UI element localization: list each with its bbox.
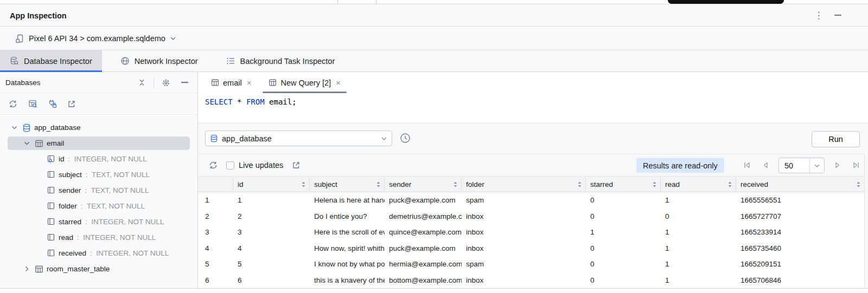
chevron-right-icon[interactable] — [22, 266, 31, 272]
tab-email[interactable]: email × — [205, 72, 257, 93]
table-row[interactable]: 3 3 Here is the scroll of every quince@e… — [198, 224, 864, 240]
cell-sender[interactable]: quince@example.com — [385, 224, 462, 240]
page-size-dropdown[interactable]: 50 — [778, 158, 825, 173]
cell-received[interactable]: 1665556551 — [736, 192, 864, 209]
tree-column-subject[interactable]: subject : TEXT, NOT NULL — [0, 167, 197, 183]
cell-subject[interactable]: How now, spirit! whither — [310, 240, 385, 257]
cell-folder[interactable]: spam — [462, 192, 586, 209]
options-kebab-icon[interactable]: ⋮ — [812, 8, 826, 23]
cell-read[interactable]: 1 — [661, 256, 736, 272]
close-icon[interactable]: × — [336, 79, 341, 87]
table-row[interactable]: 4 4 How now, spirit! whither puck@exampl… — [198, 240, 864, 257]
cell-sender[interactable]: puck@example.com — [385, 240, 462, 257]
collapse-all-icon[interactable] — [135, 76, 148, 89]
run-button[interactable]: Run — [812, 131, 860, 147]
cell-read[interactable]: 1 — [661, 224, 736, 240]
tree-column-received[interactable]: received : INTEGER, NOT NULL — [0, 245, 197, 261]
tree-column-read[interactable]: read : INTEGER, NOT NULL — [0, 230, 197, 245]
cell-id[interactable]: 1 — [233, 192, 310, 209]
cell-folder[interactable]: inbox — [462, 272, 586, 289]
database-selector-dropdown[interactable]: app_database — [205, 131, 392, 146]
bottom-scrollbar-track[interactable] — [0, 288, 868, 293]
first-page-icon[interactable] — [742, 160, 752, 170]
hide-panel-icon[interactable] — [178, 76, 191, 89]
header-id[interactable]: id — [233, 177, 310, 192]
cell-folder[interactable]: inbox — [462, 209, 586, 225]
cell-starred[interactable]: 1 — [586, 224, 661, 240]
cell-folder[interactable]: spam — [462, 256, 586, 272]
live-updates-checkbox[interactable] — [226, 161, 234, 170]
tab-new-query[interactable]: New Query [2] × — [263, 72, 346, 93]
tree-node-email-table[interactable]: email — [0, 135, 197, 151]
cell-starred[interactable]: 0 — [586, 240, 661, 257]
cell-starred[interactable]: 0 — [586, 192, 661, 209]
cell-subject[interactable]: Do I entice you? — [310, 209, 385, 225]
cell-read[interactable]: 1 — [661, 240, 736, 257]
cell-sender[interactable]: demetrius@example.com — [385, 209, 462, 225]
refresh-icon[interactable] — [7, 97, 20, 110]
column-icon — [47, 170, 56, 179]
gear-icon[interactable] — [159, 76, 173, 89]
table-row[interactable]: 2 2 Do I entice you? demetrius@example.c… — [198, 209, 864, 225]
keep-connections-open-icon[interactable] — [46, 97, 59, 110]
cell-subject[interactable]: this is a knavery of them — [310, 272, 385, 289]
cell-received[interactable]: 1665233914 — [736, 224, 864, 240]
cell-sender[interactable]: bottom@example.com — [385, 272, 462, 289]
close-icon[interactable]: × — [247, 79, 252, 87]
tree-column-id[interactable]: id : INTEGER, NOT NULL — [0, 151, 197, 167]
cell-folder[interactable]: inbox — [462, 240, 586, 257]
header-read[interactable]: read — [661, 177, 736, 192]
cell-received[interactable]: 1665209151 — [736, 256, 864, 272]
cell-subject[interactable]: I know not by what power — [310, 256, 385, 272]
header-sender[interactable]: sender — [385, 177, 462, 192]
tree-node-room-master-table[interactable]: room_master_table — [0, 261, 197, 277]
export-icon[interactable] — [290, 159, 303, 172]
cell-id[interactable]: 5 — [233, 256, 310, 272]
cell-subject[interactable]: Helena is here at hand — [310, 192, 385, 209]
sql-editor[interactable]: SELECT * FROM email; — [198, 93, 868, 123]
cell-read[interactable]: 0 — [661, 209, 736, 225]
tab-network-inspector[interactable]: Network Inspector — [111, 50, 208, 71]
header-received[interactable]: received — [736, 177, 864, 192]
cell-id[interactable]: 6 — [233, 272, 310, 289]
header-subject[interactable]: subject — [310, 177, 385, 192]
chevron-down-icon[interactable] — [10, 126, 18, 129]
cell-folder[interactable]: inbox — [462, 224, 586, 240]
column-name: subject — [59, 171, 82, 179]
cell-read[interactable]: 1 — [661, 192, 736, 209]
process-selector[interactable]: Pixel 6 API 34 > com.example.sqldemo — [15, 27, 176, 50]
cell-sender[interactable]: hermia@example.com — [385, 256, 462, 272]
refresh-icon[interactable] — [207, 159, 220, 172]
cell-received[interactable]: 1665735460 — [736, 240, 864, 257]
last-page-icon[interactable] — [851, 160, 861, 170]
cell-id[interactable]: 3 — [233, 224, 310, 240]
table-row[interactable]: 1 1 Helena is here at hand puck@example.… — [198, 192, 864, 209]
cell-received[interactable]: 1665706846 — [736, 272, 864, 289]
cell-subject[interactable]: Here is the scroll of every — [310, 224, 385, 240]
header-starred[interactable]: starred — [586, 177, 661, 192]
cell-starred[interactable]: 0 — [586, 256, 661, 272]
table-row[interactable]: 6 6 this is a knavery of them bottom@exa… — [198, 272, 864, 289]
cell-starred[interactable]: 0 — [586, 209, 661, 225]
minimize-icon[interactable] — [830, 8, 845, 23]
tree-column-sender[interactable]: sender : TEXT, NOT NULL — [0, 183, 197, 198]
export-icon[interactable] — [65, 97, 78, 110]
chevron-down-icon[interactable] — [22, 141, 31, 145]
cell-sender[interactable]: puck@example.com — [385, 192, 462, 209]
tree-column-starred[interactable]: starred : INTEGER, NOT NULL — [0, 214, 197, 230]
tab-database-inspector[interactable]: Database Inspector — [0, 50, 102, 71]
cell-received[interactable]: 1665727707 — [736, 209, 864, 225]
table-row[interactable]: 5 5 I know not by what power hermia@exam… — [198, 256, 864, 272]
header-folder[interactable]: folder — [462, 177, 586, 192]
tree-node-app-database[interactable]: app_database — [0, 120, 197, 135]
cell-read[interactable]: 1 — [661, 272, 736, 289]
next-page-icon[interactable] — [833, 160, 843, 170]
query-history-icon[interactable] — [400, 133, 411, 144]
tab-background-task-inspector[interactable]: Background Task Inspector — [216, 50, 345, 71]
cell-starred[interactable]: 0 — [586, 272, 661, 289]
tree-column-folder[interactable]: folder : TEXT, NOT NULL — [0, 198, 197, 214]
new-query-tab-icon[interactable] — [26, 97, 39, 110]
prev-page-icon[interactable] — [761, 160, 770, 170]
cell-id[interactable]: 2 — [233, 209, 310, 225]
cell-id[interactable]: 4 — [233, 240, 310, 257]
